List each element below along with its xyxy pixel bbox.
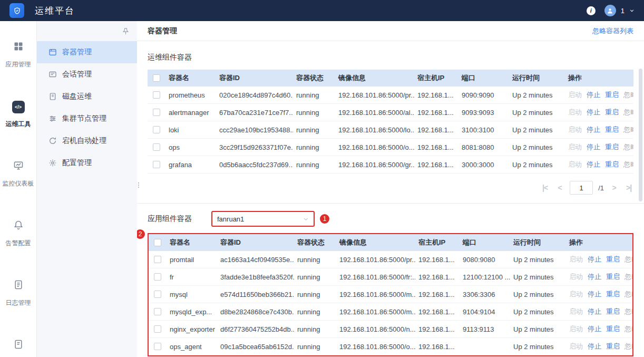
submenu-item-session-management[interactable]: 会话管理 (37, 63, 137, 85)
last-page-button[interactable]: >| (624, 184, 633, 192)
action-restart-link[interactable]: 重启 (605, 125, 619, 134)
action-ignore-link[interactable]: 忽略 (623, 142, 633, 152)
avatar[interactable] (604, 5, 616, 16)
chevron-down-icon[interactable] (629, 8, 635, 13)
cell-uptime: Up 2 minutes (510, 343, 566, 351)
row-checkbox[interactable] (153, 126, 160, 133)
action-start-link[interactable]: 启动 (568, 160, 582, 169)
action-ignore-link[interactable]: 忽略 (625, 324, 632, 334)
column-header: 镜像信息 (336, 238, 415, 247)
info-icon[interactable]: i (587, 6, 596, 15)
app-select[interactable]: fanruan1 (211, 211, 315, 227)
action-restart-link[interactable]: 重启 (606, 307, 620, 316)
action-stop-link[interactable]: 停止 (588, 255, 601, 264)
action-stop-link[interactable]: 停止 (587, 125, 600, 134)
submenu-item-cluster-node-management[interactable]: 集群节点管理 (37, 108, 137, 130)
cell-status: running (293, 91, 335, 99)
submenu-item-disk-ops[interactable]: 磁盘运维 (37, 85, 137, 108)
action-restart-link[interactable]: 重启 (606, 324, 620, 334)
action-stop-link[interactable]: 停止 (587, 108, 600, 117)
action-stop-link[interactable]: 停止 (587, 142, 600, 152)
row-checkbox[interactable] (153, 143, 160, 151)
next-page-button[interactable]: > (609, 184, 619, 192)
submenu-item-downtime-auto-handling[interactable]: 宕机自动处理 (37, 130, 137, 152)
pin-icon[interactable] (122, 27, 130, 35)
sidebar-item-log-management[interactable]: 日志管理 (6, 279, 31, 307)
scrollbar-thumb[interactable] (639, 69, 642, 201)
table-row: mysqle574d11650beb366b21...running192.16… (149, 286, 632, 303)
action-restart-link[interactable]: 重启 (605, 90, 619, 100)
sidebar-item-ops-tools[interactable]: </> 运维工具 (6, 101, 31, 129)
column-header: 运行时间 (509, 73, 565, 83)
action-start-link[interactable]: 启动 (568, 142, 582, 152)
action-ignore-link[interactable]: 忽略 (623, 125, 633, 134)
sidebar-item-app-management[interactable]: 应用管理 (6, 41, 31, 69)
row-checkbox[interactable] (153, 91, 160, 99)
action-stop-link[interactable]: 停止 (587, 160, 600, 169)
action-start-link[interactable]: 启动 (568, 90, 582, 100)
row-checkbox[interactable] (154, 325, 161, 333)
action-start-link[interactable]: 启动 (569, 255, 583, 264)
action-stop-link[interactable]: 停止 (587, 90, 600, 100)
prev-page-button[interactable]: < (555, 184, 564, 192)
action-start-link[interactable]: 启动 (569, 324, 583, 334)
row-checkbox[interactable] (154, 291, 161, 298)
action-ignore-link[interactable]: 忽略 (625, 342, 632, 351)
sidebar-item-alert-config[interactable]: 告警配置 (6, 220, 31, 248)
cell-name: alertmanager (165, 109, 216, 117)
action-stop-link[interactable]: 停止 (588, 324, 601, 334)
cell-actions: 启动停止重启忽略 (566, 307, 632, 316)
cell-name: nginx_exporter (167, 325, 217, 333)
action-ignore-link[interactable]: 忽略 (623, 160, 633, 169)
cell-image: 192.168.101.86:5000/lo... (335, 126, 414, 134)
action-ignore-link[interactable]: 忽略 (625, 307, 632, 316)
action-ignore-link[interactable]: 忽略 (623, 108, 633, 117)
action-start-link[interactable]: 启动 (569, 342, 583, 351)
select-all-checkbox[interactable] (153, 74, 160, 82)
action-restart-link[interactable]: 重启 (605, 142, 619, 152)
sidebar-item-monitoring-dashboard[interactable]: 监控仪表板 (3, 160, 34, 188)
action-start-link[interactable]: 启动 (568, 108, 582, 117)
apps-grid-icon (13, 41, 24, 54)
app-components-table: 容器名容器ID容器状态镜像信息宿主机IP端口运行时间操作promtailac16… (149, 234, 632, 355)
action-stop-link[interactable]: 停止 (588, 290, 601, 299)
ignore-container-list-link[interactable]: 忽略容器列表 (592, 26, 633, 36)
panel-resize-handle[interactable] (137, 182, 140, 188)
action-restart-link[interactable]: 重启 (605, 108, 619, 117)
action-ignore-link[interactable]: 忽略 (625, 255, 632, 264)
sidebar-item-feedback[interactable]: 问题反馈 (6, 339, 31, 357)
first-page-button[interactable]: |< (540, 184, 550, 192)
row-checkbox[interactable] (154, 273, 161, 281)
action-restart-link[interactable]: 重启 (606, 255, 620, 264)
action-stop-link[interactable]: 停止 (588, 307, 601, 316)
action-stop-link[interactable]: 停止 (588, 272, 601, 282)
action-start-link[interactable]: 启动 (569, 272, 583, 282)
action-ignore-link[interactable]: 忽略 (623, 90, 633, 100)
action-start-link[interactable]: 启动 (568, 125, 582, 134)
action-start-link[interactable]: 启动 (569, 290, 583, 299)
action-ignore-link[interactable]: 忽略 (625, 272, 632, 282)
row-checkbox[interactable] (153, 161, 160, 168)
row-checkbox[interactable] (153, 109, 160, 116)
cell-status: running (294, 343, 336, 351)
row-checkbox[interactable] (154, 308, 161, 315)
action-ignore-link[interactable]: 忽略 (625, 290, 632, 299)
column-header: 操作 (565, 73, 633, 83)
submenu-item-container-management[interactable]: 容器管理 (37, 41, 137, 63)
content-scrollbar[interactable] (639, 43, 642, 355)
action-restart-link[interactable]: 重启 (606, 272, 620, 282)
submenu-item-config-management[interactable]: 配置管理 (37, 152, 137, 174)
page-input[interactable] (570, 181, 593, 195)
action-stop-link[interactable]: 停止 (588, 342, 601, 351)
action-restart-link[interactable]: 重启 (606, 290, 620, 299)
action-start-link[interactable]: 启动 (569, 307, 583, 316)
row-checkbox[interactable] (154, 256, 161, 263)
menu-item-label: 容器管理 (62, 47, 92, 57)
cell-uptime: Up 2 minutes (509, 109, 565, 117)
select-all-checkbox[interactable] (154, 239, 161, 246)
action-restart-link[interactable]: 重启 (606, 342, 620, 351)
action-restart-link[interactable]: 重启 (605, 160, 619, 169)
cell-name: prometheus (165, 91, 216, 99)
cell-actions: 启动停止重启忽略 (565, 125, 633, 134)
row-checkbox[interactable] (154, 343, 161, 350)
